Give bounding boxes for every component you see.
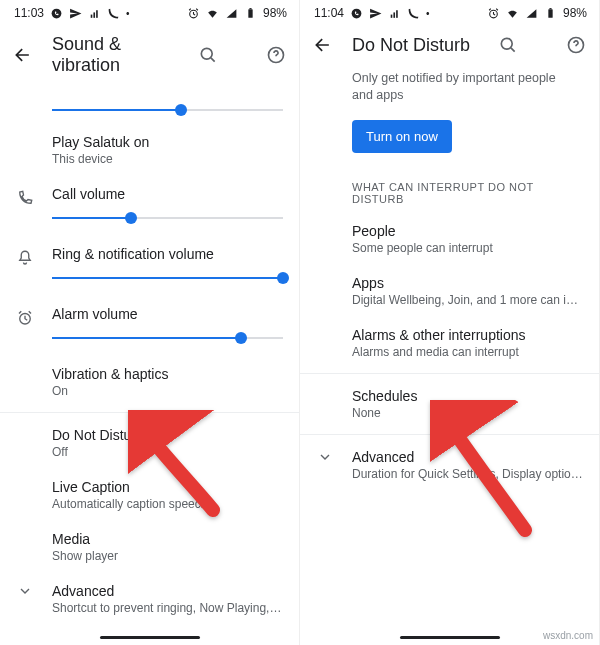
item-sub: Automatically caption speech [52, 497, 283, 511]
alarm-icon [187, 7, 200, 20]
search-icon [198, 45, 218, 65]
svg-point-7 [201, 48, 212, 59]
item-sub: Show player [52, 549, 283, 563]
svg-point-10 [352, 8, 362, 18]
cell-signal-icon [525, 7, 538, 20]
item-title: Advanced [352, 449, 583, 465]
screen-do-not-disturb: 11:04 • 98% Do Not Disturb Only get not [300, 0, 600, 645]
svg-rect-6 [249, 8, 251, 9]
cell-signal-icon [225, 7, 238, 20]
screen-sound-vibration: 11:03 • 98% Sound & vibration [0, 0, 300, 645]
item-title: People [352, 223, 583, 239]
list-item-call-volume[interactable]: Call volume [0, 176, 299, 236]
bell-icon [12, 246, 38, 270]
item-sub: Shortcut to prevent ringing, Now Playing… [52, 601, 283, 615]
whatsapp-icon [50, 7, 63, 20]
item-title: Play Salatuk on [52, 134, 283, 150]
alarm-icon [487, 7, 500, 20]
item-title: Schedules [352, 388, 583, 404]
phone-icon [12, 186, 38, 210]
list-item-media[interactable]: Media Show player [0, 521, 299, 573]
signal-call-icon [388, 7, 401, 20]
watermark: wsxdn.com [543, 630, 593, 641]
list-item-schedules[interactable]: Schedules None [300, 378, 599, 430]
search-button[interactable] [497, 34, 519, 56]
dnd-info: Only get notified by important people an… [300, 68, 599, 114]
svg-point-0 [52, 8, 62, 18]
list-item-ring-volume[interactable]: Ring & notification volume [0, 236, 299, 296]
list-item-live-caption[interactable]: Live Caption Automatically caption speec… [0, 469, 299, 521]
list-item-people[interactable]: People Some people can interrupt [300, 213, 599, 265]
list-item-alarm-volume[interactable]: Alarm volume [0, 296, 299, 356]
svg-rect-16 [549, 8, 551, 9]
list-item-apps[interactable]: Apps Digital Wellbeing, Join, and 1 more… [300, 265, 599, 317]
svg-rect-2 [93, 12, 95, 17]
item-sub: Digital Wellbeing, Join, and 1 more can … [352, 293, 583, 307]
item-sub: Off [52, 445, 283, 459]
help-icon [266, 45, 286, 65]
dot-icon: • [126, 8, 130, 19]
list-item-dnd[interactable]: Do Not Disturb Off [0, 417, 299, 469]
gesture-bar[interactable] [400, 636, 500, 639]
item-sub: On [52, 384, 283, 398]
list-item-alarms[interactable]: Alarms & other interruptions Alarms and … [300, 317, 599, 369]
help-button[interactable] [565, 34, 587, 56]
app-bar: Sound & vibration [0, 24, 299, 88]
status-time: 11:04 [314, 6, 344, 20]
battery-pct: 98% [263, 6, 287, 20]
slider-media[interactable] [0, 88, 299, 124]
dnd-content: Only get notified by important people an… [300, 68, 599, 491]
signal-call-icon [88, 7, 101, 20]
item-sub: Some people can interrupt [352, 241, 583, 255]
item-title: Alarms & other interruptions [352, 327, 583, 343]
arrow-back-icon [13, 45, 33, 65]
list-item-salatuk[interactable]: Play Salatuk on This device [0, 124, 299, 176]
list-item-vibration[interactable]: Vibration & haptics On [0, 356, 299, 408]
svg-rect-15 [548, 9, 552, 18]
item-title: Advanced [52, 583, 283, 599]
back-button[interactable] [12, 44, 34, 66]
page-title: Sound & vibration [52, 34, 179, 76]
turn-on-button[interactable]: Turn on now [352, 120, 452, 153]
divider [0, 412, 299, 413]
item-sub: Alarms and media can interrupt [352, 345, 583, 359]
settings-list: Play Salatuk on This device Call volume … [0, 88, 299, 625]
divider [300, 373, 599, 374]
item-sub: Duration for Quick Settings, Display opt… [352, 467, 583, 481]
item-title: Call volume [52, 186, 283, 202]
item-title: Media [52, 531, 283, 547]
chevron-down-icon [312, 449, 338, 465]
search-button[interactable] [197, 44, 219, 66]
page-title: Do Not Disturb [352, 35, 479, 56]
item-title: Ring & notification volume [52, 246, 283, 262]
section-header: WHAT CAN INTERRUPT DO NOT DISTURB [300, 167, 599, 213]
arrow-back-icon [313, 35, 333, 55]
search-icon [498, 35, 518, 55]
status-time: 11:03 [14, 6, 44, 20]
phone-icon [407, 7, 420, 20]
whatsapp-icon [350, 7, 363, 20]
help-button[interactable] [265, 44, 287, 66]
svg-rect-1 [91, 14, 93, 17]
battery-icon [544, 7, 557, 20]
list-item-advanced[interactable]: Advanced Duration for Quick Settings, Di… [300, 439, 599, 491]
dot-icon: • [426, 8, 430, 19]
wifi-icon [206, 7, 219, 20]
svg-rect-13 [396, 10, 398, 18]
status-bar: 11:03 • 98% [0, 0, 299, 24]
list-item-advanced[interactable]: Advanced Shortcut to prevent ringing, No… [0, 573, 299, 625]
svg-rect-11 [391, 14, 393, 17]
item-title: Do Not Disturb [52, 427, 283, 443]
item-title: Vibration & haptics [52, 366, 283, 382]
help-icon [566, 35, 586, 55]
wifi-icon [506, 7, 519, 20]
item-title: Alarm volume [52, 306, 283, 322]
send-icon [69, 7, 82, 20]
battery-pct: 98% [563, 6, 587, 20]
back-button[interactable] [312, 34, 334, 56]
gesture-bar[interactable] [100, 636, 200, 639]
phone-icon [107, 7, 120, 20]
send-icon [369, 7, 382, 20]
divider [300, 434, 599, 435]
battery-icon [244, 7, 257, 20]
